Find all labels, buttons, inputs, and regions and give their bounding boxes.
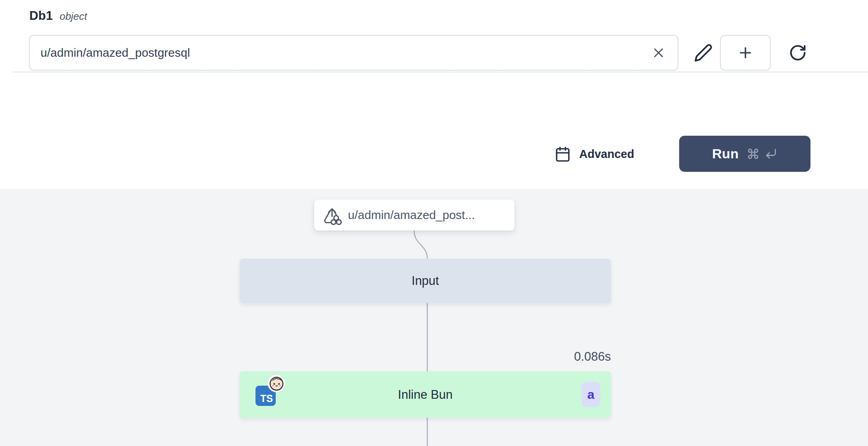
field-name-label: Db1 (29, 9, 53, 23)
flow-node-input[interactable]: Input (240, 259, 611, 303)
step-id-badge: a (582, 382, 600, 407)
x-icon (651, 45, 666, 60)
section-divider (12, 71, 868, 73)
edit-resource-button[interactable] (689, 39, 717, 67)
advanced-button[interactable]: Advanced (555, 140, 634, 168)
resource-pill[interactable]: u/admin/amazed_post... (314, 200, 515, 231)
flow-test-panel: Db1 object Advanced Run (0, 0, 868, 446)
step-duration: 0.086s (492, 350, 611, 364)
command-icon (747, 148, 759, 160)
bun-icon (267, 374, 286, 392)
flow-canvas[interactable]: u/admin/amazed_post... Input 0.086s TS (0, 189, 868, 446)
clear-input-button[interactable] (646, 40, 671, 65)
run-button[interactable]: Run (679, 136, 810, 172)
resource-icon (322, 205, 342, 225)
advanced-label: Advanced (579, 148, 634, 161)
corner-down-left-icon (764, 147, 778, 160)
calendar-icon (555, 146, 571, 162)
run-label: Run (712, 146, 739, 161)
add-resource-button[interactable] (720, 35, 771, 71)
field-type-label: object (60, 10, 87, 23)
pencil-icon (694, 43, 713, 62)
resource-path-input[interactable] (29, 35, 678, 71)
typescript-icon-label: TS (260, 393, 273, 404)
resource-pill-label: u/admin/amazed_post... (348, 208, 475, 222)
plus-icon (737, 44, 754, 61)
inline-bun-node-label: Inline Bun (398, 388, 453, 402)
refresh-resource-button[interactable] (785, 40, 811, 66)
input-node-label: Input (412, 274, 439, 288)
rotate-cw-icon (789, 44, 807, 62)
field-label-row: Db1 object (29, 9, 87, 23)
flow-node-inline-bun[interactable]: TS Inline Bun a (240, 371, 611, 418)
